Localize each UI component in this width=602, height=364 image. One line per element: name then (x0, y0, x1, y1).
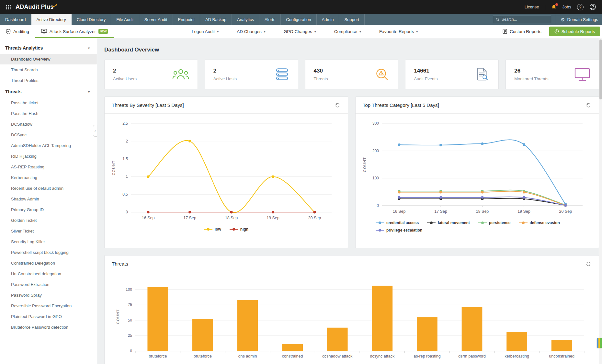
nav-tab-file-audit[interactable]: File Audit (111, 14, 139, 25)
sidebar-item-constrained-delegation[interactable]: Constrained Delegation (0, 258, 97, 268)
legend-privilege-escalation[interactable]: privilege escalation (376, 228, 422, 233)
legend-persistence[interactable]: persistence (478, 221, 511, 225)
chart-title: Threats (112, 261, 128, 267)
sidebar-section-threats-analytics[interactable]: Threats Analytics▾ (0, 42, 97, 54)
threat-search-icon (375, 67, 390, 82)
nav-tab-configuration[interactable]: Configuration (281, 14, 316, 25)
sidebar-item-primary-group-id[interactable]: Primary Group ID (0, 204, 97, 215)
subnav-spacer (114, 25, 183, 38)
stat-card-active-users[interactable]: 2 Active Users (104, 60, 198, 89)
custom-reports-button[interactable]: Custom Reports (496, 25, 548, 38)
svg-text:100: 100 (372, 176, 379, 180)
domain-settings-button[interactable]: ⚙ Domain Settings (556, 14, 598, 25)
sidebar-item-recent-use-of-default-admin[interactable]: Recent use of default admin (0, 183, 97, 194)
nav-tab-support[interactable]: Support (339, 14, 365, 25)
category-line-chart: 0100200300COUNT16 Sep17 Sep18 Sep19 Sep2… (356, 114, 599, 221)
stat-label: Threats (314, 76, 328, 81)
menu-gpo-changes[interactable]: GPO Changes▾ (275, 25, 324, 38)
legend-defense-evasion[interactable]: defense evasion (519, 221, 560, 225)
svg-text:unconstrained: unconstrained (549, 354, 574, 358)
legend-low[interactable]: low (204, 227, 221, 232)
scrollbar-track[interactable] (599, 38, 602, 364)
svg-text:1.5: 1.5 (122, 157, 128, 161)
stat-text: 430 Threats (314, 68, 328, 81)
sidebar-item-threat-profiles[interactable]: Threat Profiles (0, 75, 97, 86)
nav-tab-analytics[interactable]: Analytics (232, 14, 259, 25)
legend-high[interactable]: high (230, 227, 248, 232)
nav-tab-active-directory[interactable]: Active Directory (31, 14, 72, 25)
refresh-icon[interactable] (585, 261, 592, 267)
topbar-actions: License Jobs ? (525, 4, 596, 10)
sidebar-item-security-log-killer[interactable]: Security Log Killer (0, 236, 97, 247)
menu-label: Favourite Reports (379, 29, 414, 34)
sidebar-item-plaintext-password-in-gpo[interactable]: Plaintext Password in GPO (0, 311, 97, 322)
chevron-down-icon: ▾ (359, 30, 361, 33)
sidebar-item-reversible-password-encryption[interactable]: Reversible Password Encryption (0, 301, 97, 311)
sidebar-item-kerberoasting[interactable]: Kerberoasting (0, 172, 97, 183)
chevron-down-icon: ▾ (88, 46, 90, 50)
app-logo[interactable]: ADAudit Plus (16, 4, 58, 10)
gear-icon: ⚙ (561, 17, 565, 22)
legend-lateral-movement[interactable]: lateral movement (427, 221, 470, 225)
sidebar-section-threats[interactable]: Threats▾ (0, 86, 97, 97)
sidebar-item-dashboard-overview[interactable]: Dashboard Overview (0, 54, 97, 64)
sidebar-collapse-handle[interactable]: ‹ (93, 125, 97, 137)
sidebar-item-threat-search[interactable]: Threat Search (0, 64, 97, 75)
legend-label: lateral movement (438, 221, 470, 225)
stat-value: 2 (213, 68, 237, 74)
notifications-bell-icon[interactable] (551, 4, 557, 10)
global-search[interactable] (493, 16, 551, 23)
refresh-icon[interactable] (334, 102, 341, 108)
schedule-reports-button[interactable]: Schedule Reports (549, 27, 600, 36)
sidebar-item-powershell-script-block-logging[interactable]: Powershell script block logging (0, 247, 97, 258)
tab-attack-surface-analyzer[interactable]: Attack Surface Analyzer NEW (35, 25, 114, 38)
nav-tab-dashboard[interactable]: Dashboard (0, 14, 31, 25)
threats-by-severity-card: Threats By Severity [Last 5 Days] 00.511… (104, 97, 348, 248)
chart-title: Top Threats Category [Last 5 Days] (363, 102, 439, 108)
nav-tab-server-audit[interactable]: Server Audit (139, 14, 173, 25)
apps-grid-icon[interactable] (6, 5, 11, 10)
support-chat-widget-icon[interactable] (597, 338, 602, 348)
active-users-icon (172, 68, 189, 81)
license-link[interactable]: License (525, 5, 539, 9)
sidebar-item-shadow-admin[interactable]: Shadow Admin (0, 194, 97, 204)
sidebar-item-password-spray[interactable]: Password Spray (0, 290, 97, 301)
sidebar-item-rid-hijacking[interactable]: RID Hijacking (0, 151, 97, 162)
legend-label: credential access (386, 221, 419, 225)
help-icon[interactable]: ? (577, 4, 584, 10)
sidebar-item-password-extraction[interactable]: Password Extraction (0, 279, 97, 290)
menu-favourite-reports[interactable]: Favourite Reports▾ (371, 25, 426, 38)
svg-text:bruteforce: bruteforce (149, 354, 167, 358)
nav-tab-endpoint[interactable]: Endpoint (173, 14, 200, 25)
sidebar-item-golden-ticket[interactable]: Golden Ticket (0, 215, 97, 226)
stat-card-audit-events[interactable]: 14661 Audit Events (405, 60, 499, 89)
sidebar-item-dcsync[interactable]: DCSync (0, 130, 97, 140)
nav-tab-ad-backup[interactable]: AD Backup (200, 14, 232, 25)
menu-ad-changes[interactable]: AD Changes▾ (228, 25, 274, 38)
menu-compliance[interactable]: Compliance▾ (326, 25, 369, 38)
stat-card-threats[interactable]: 430 Threats (305, 60, 399, 89)
chart-header: Threats By Severity [Last 5 Days] (105, 97, 348, 114)
menu-logon-audit[interactable]: Logon Audit▾ (183, 25, 227, 38)
refresh-icon[interactable] (585, 102, 592, 108)
search-input[interactable] (502, 17, 548, 22)
stat-card-active-hosts[interactable]: 2 Active Hosts (205, 60, 298, 89)
sidebar-item-bruteforce-password-detection[interactable]: Bruteforce Password detection (0, 322, 97, 333)
sidebar-item-adminsdholder-acl-tampering[interactable]: AdminSDHolder ACL Tampering (0, 140, 97, 151)
sidebar-item-silver-ticket[interactable]: Silver Ticket (0, 226, 97, 236)
nav-tab-admin[interactable]: Admin (317, 14, 339, 25)
sidebar-item-un-constrained-delegation[interactable]: Un-Constrained delegation (0, 268, 97, 279)
sidebar-item-pass-the-ticket[interactable]: Pass the ticket (0, 97, 97, 108)
user-avatar-icon[interactable] (589, 4, 596, 10)
stat-card-monitored-threats[interactable]: 26 Monitored Threats (505, 60, 599, 89)
sidebar-item-pass-the-hash[interactable]: Pass the Hash (0, 108, 97, 119)
svg-text:kerberoasting: kerberoasting (505, 354, 529, 358)
jobs-link[interactable]: Jobs (562, 5, 571, 9)
tab-auditing[interactable]: Auditing (0, 25, 35, 38)
scrollbar-thumb[interactable] (599, 40, 602, 99)
sidebar-item-as-rep-roasting[interactable]: AS-REP Roasting (0, 162, 97, 172)
sidebar-item-dcshadow[interactable]: DCShadow (0, 119, 97, 130)
legend-credential-access[interactable]: credential access (376, 221, 419, 225)
nav-tab-cloud-directory[interactable]: Cloud Directory (72, 14, 111, 25)
nav-tab-alerts[interactable]: Alerts (259, 14, 281, 25)
